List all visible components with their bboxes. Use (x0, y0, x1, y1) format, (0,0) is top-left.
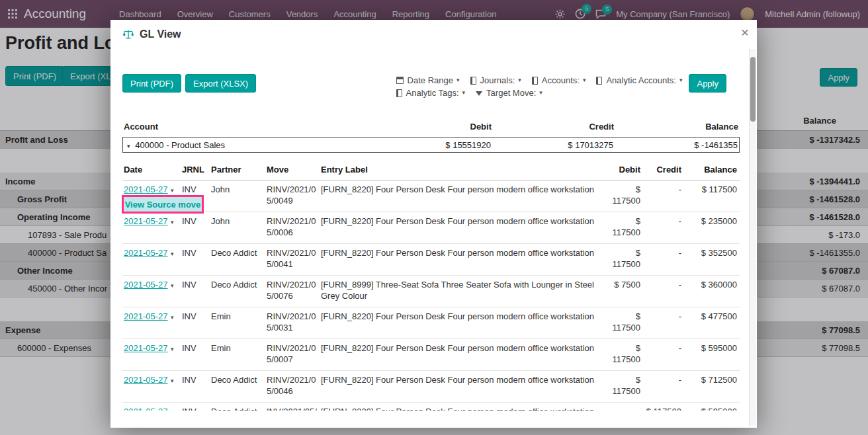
summary-credit: $ 17013275 (491, 140, 613, 150)
journal-icon (532, 77, 538, 85)
filter-label-analytic-accounts: Analytic Accounts: (606, 74, 676, 87)
modal-apply-button[interactable]: Apply (689, 74, 726, 93)
line-date-cell: 2021-05-27 ▾ (122, 244, 181, 276)
line-journal: INV (181, 371, 210, 403)
date-link[interactable]: 2021-05-27 (124, 343, 168, 353)
gl-line-row: 2021-05-27 ▾INVDeco AddictRINV/2021/05/0… (122, 276, 740, 307)
line-partner: Emin (210, 339, 265, 371)
col-jrnl: JRNL (181, 163, 210, 180)
filter-accounts[interactable]: Accounts:▾ (532, 74, 586, 87)
line-journal: INV (181, 244, 210, 276)
col-entry-label: Entry Label (320, 163, 607, 180)
account-summary: Account Debit Credit Balance ▾ 400000 - … (122, 122, 740, 153)
line-journal: INV (181, 339, 210, 371)
view-source-move-menu-item[interactable]: View Source move (122, 195, 204, 214)
line-credit: - (643, 307, 684, 339)
col-credit: Credit (643, 163, 684, 180)
modal-print-pdf-button[interactable]: Print (PDF) (122, 74, 181, 93)
gl-line-row: 2021-05-27 ▾INVEminRINV/2021/05/0031[FUR… (122, 307, 740, 339)
filter-analytic-tags[interactable]: Analytic Tags:▾ (396, 87, 466, 99)
line-debit: $ 7500 (607, 276, 643, 307)
line-credit: - (643, 212, 684, 244)
caret-down-icon[interactable]: ▾ (169, 282, 174, 289)
line-credit: - (643, 339, 684, 371)
caret-down-icon: ▾ (518, 74, 521, 87)
summary-header-account: Account (122, 122, 366, 132)
caret-down-icon[interactable]: ▾ (127, 143, 130, 149)
caret-down-icon[interactable]: ▾ (169, 377, 174, 384)
modal-actions-row: Print (PDF) Export (XLSX) Date Range▾Jou… (122, 74, 740, 99)
scrollbar-thumb[interactable] (750, 57, 756, 122)
screen: Accounting DashboardOverviewCustomersVen… (0, 0, 868, 435)
date-link[interactable]: 2021-05-27 (124, 280, 168, 290)
caret-down-icon[interactable]: ▾ (169, 346, 174, 352)
date-link[interactable]: 2021-05-27 (124, 375, 168, 385)
journal-icon (596, 77, 602, 85)
filter-label-target-move: Target Move: (486, 87, 536, 99)
filter-journals[interactable]: Journals:▾ (470, 74, 521, 87)
gl-line-row: 2021-05-27 ▾INVJohnRINV/2021/05/0006[FUR… (122, 212, 740, 244)
line-entry-label: [FURN_8220] Four Person Desk Four person… (320, 403, 607, 411)
filter-target-move[interactable]: Target Move:▾ (476, 87, 542, 99)
caret-down-icon: ▾ (539, 87, 542, 99)
summary-debit: $ 15551920 (365, 140, 491, 150)
gl-lines-table: Date JRNL Partner Move Entry Label Debit… (122, 163, 740, 411)
line-debit: $ 117500 (607, 339, 643, 371)
line-balance: $ 360000 (684, 276, 740, 307)
summary-balance: $ -1461355 (613, 140, 739, 150)
filter-analytic-accounts[interactable]: Analytic Accounts:▾ (596, 74, 682, 87)
modal-body: Print (PDF) Export (XLSX) Date Range▾Jou… (110, 49, 749, 411)
line-move: RINV/2021/05/0076 (265, 276, 320, 307)
line-debit: $ 117500 (607, 180, 643, 212)
line-move: RINV/2021/05/0007 (265, 339, 320, 371)
line-journal: INV (181, 212, 210, 244)
line-move: RINV/2021/05/0006 (265, 212, 320, 244)
line-balance: $ 595000 (684, 403, 740, 411)
date-link[interactable]: 2021-05-27 (124, 216, 168, 226)
filter-date-range[interactable]: Date Range▾ (396, 74, 460, 87)
line-balance: $ 595000 (684, 339, 740, 371)
filter-icon (476, 91, 482, 96)
close-icon[interactable]: × (741, 25, 749, 39)
col-date: Date (122, 163, 181, 180)
line-debit: - (607, 403, 643, 411)
caret-down-icon[interactable]: ▾ (169, 251, 174, 257)
summary-header-row: Account Debit Credit Balance (122, 122, 740, 137)
line-move: RINV/2021/05/0046 (265, 371, 320, 403)
line-credit: - (643, 371, 684, 403)
caret-down-icon: ▾ (462, 87, 466, 99)
modal-export-xlsx-button[interactable]: Export (XLSX) (185, 74, 256, 93)
modal-title: GL View (140, 28, 181, 40)
date-link[interactable]: 2021-05-27 (124, 184, 168, 194)
caret-down-icon[interactable]: ▾ (169, 219, 174, 225)
line-credit: $ 117500 (643, 403, 684, 411)
line-credit: - (643, 276, 684, 307)
line-date-cell: 2021-05-27 ▾ (122, 371, 181, 403)
filter-label-journals: Journals: (480, 74, 515, 87)
gl-line-row: 2021-05-27 ▾INVJohnRINV/2021/05/0049[FUR… (122, 180, 740, 212)
modal-header: GL View × (110, 20, 757, 49)
line-move: RINV/2021/05/0049 (265, 180, 320, 212)
col-balance: Balance (684, 163, 740, 180)
line-partner: Deco Addict (210, 276, 265, 307)
line-entry-label: [FURN_8220] Four Person Desk Four person… (320, 180, 607, 212)
modal-scrollbar[interactable] (749, 49, 756, 426)
filters-line1: Date Range▾Journals:▾Accounts:▾Analytic … (396, 74, 683, 87)
line-balance: $ 117500 (684, 180, 740, 212)
col-partner: Partner (210, 163, 265, 180)
line-balance: $ 477500 (684, 307, 740, 339)
line-date-cell: 2021-05-27 ▾ (122, 307, 181, 339)
filter-label-accounts: Accounts: (542, 74, 580, 87)
date-link[interactable]: 2021-05-27 (124, 311, 168, 321)
caret-down-icon[interactable]: ▾ (169, 314, 174, 321)
gl-line-row: 2021-05-27 ▾INVDeco AddictINV/2021/05/00… (122, 403, 740, 411)
line-debit: $ 117500 (607, 244, 643, 276)
caret-down-icon[interactable]: ▾ (169, 187, 174, 194)
line-move: RINV/2021/05/0031 (265, 307, 320, 339)
line-partner: Emin (210, 307, 265, 339)
gl-line-row: 2021-05-27 ▾INVDeco AddictRINV/2021/05/0… (122, 371, 740, 403)
balance-scale-icon (122, 29, 134, 40)
journal-icon (470, 77, 476, 85)
date-link[interactable]: 2021-05-27 (124, 248, 168, 258)
summary-account-row[interactable]: ▾ 400000 - Product Sales $ 15551920 $ 17… (122, 137, 740, 153)
